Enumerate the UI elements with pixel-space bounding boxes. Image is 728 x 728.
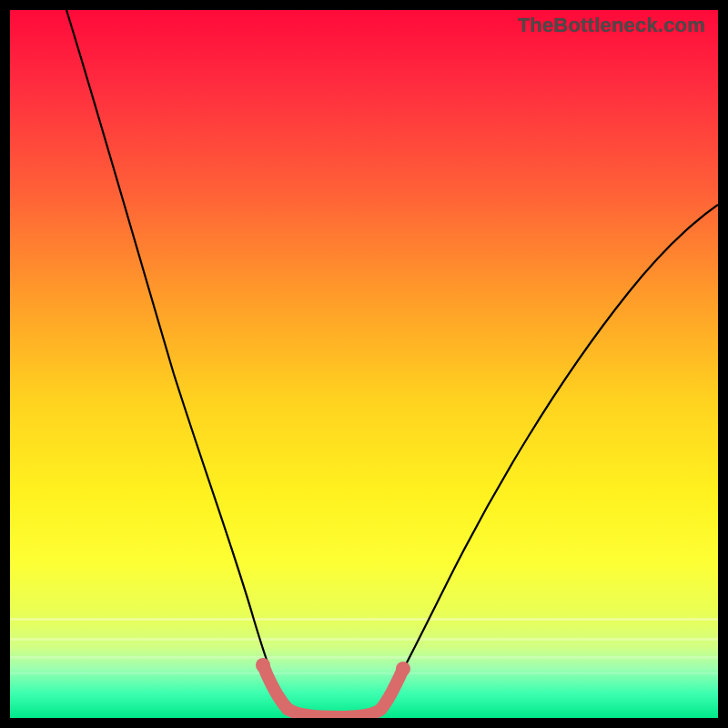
right-curve: [381, 205, 718, 709]
left-curve: [66, 10, 288, 709]
highlight-dot-right: [396, 662, 410, 676]
highlight-dot-left: [256, 658, 270, 672]
curve-overlay: [10, 10, 718, 718]
highlight-left: [263, 665, 288, 709]
watermark-text: TheBottleneck.com: [518, 14, 705, 37]
highlight-bottom: [288, 709, 381, 717]
chart-frame: TheBottleneck.com: [10, 10, 718, 718]
